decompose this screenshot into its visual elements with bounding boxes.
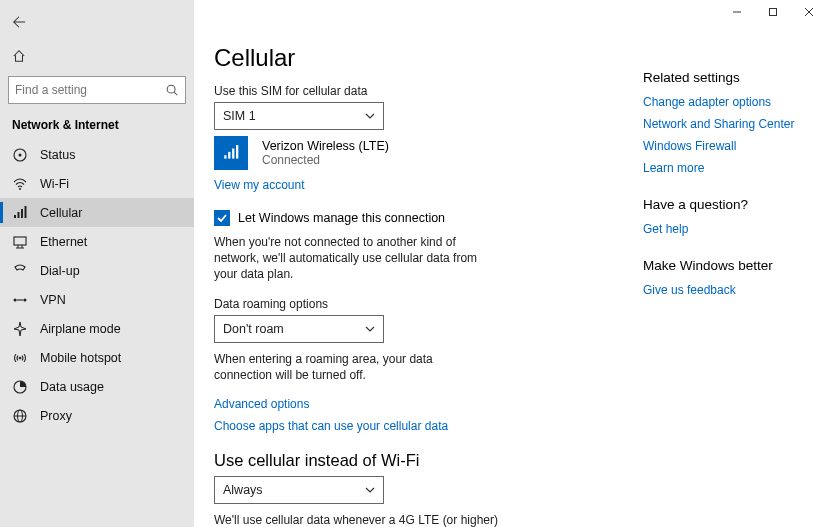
get-help-link[interactable]: Get help bbox=[643, 222, 803, 236]
ethernet-icon bbox=[12, 234, 28, 250]
network-entry[interactable]: Verizon Wireless (LTE) Connected bbox=[214, 136, 623, 170]
back-button[interactable] bbox=[0, 8, 36, 36]
change-adapter-link[interactable]: Change adapter options bbox=[643, 95, 803, 109]
feedback-link[interactable]: Give us feedback bbox=[643, 283, 803, 297]
search-input[interactable] bbox=[15, 83, 165, 97]
make-better-heading: Make Windows better bbox=[643, 258, 803, 273]
sidebar-item-vpn[interactable]: VPN bbox=[0, 285, 194, 314]
svg-point-8 bbox=[19, 188, 21, 190]
data-usage-icon bbox=[12, 379, 28, 395]
sidebar-item-cellular[interactable]: Cellular bbox=[0, 198, 194, 227]
hotspot-icon bbox=[12, 350, 28, 366]
svg-rect-11 bbox=[21, 209, 23, 218]
roaming-label: Data roaming options bbox=[214, 297, 623, 311]
sidebar-item-label: Status bbox=[40, 148, 75, 162]
sidebar-section-title: Network & Internet bbox=[0, 114, 194, 140]
minimize-button[interactable] bbox=[719, 0, 755, 24]
sidebar-item-wifi[interactable]: Wi-Fi bbox=[0, 169, 194, 198]
related-settings-heading: Related settings bbox=[643, 70, 803, 85]
sidebar-item-proxy[interactable]: Proxy bbox=[0, 401, 194, 430]
have-question-heading: Have a question? bbox=[643, 197, 803, 212]
sidebar-item-label: Ethernet bbox=[40, 235, 87, 249]
manage-connection-label: Let Windows manage this connection bbox=[238, 211, 445, 225]
cellular-icon bbox=[12, 205, 28, 221]
home-icon bbox=[12, 49, 26, 63]
svg-rect-12 bbox=[25, 206, 27, 218]
sidebar-item-ethernet[interactable]: Ethernet bbox=[0, 227, 194, 256]
sim-select-label: Use this SIM for cellular data bbox=[214, 84, 623, 98]
svg-point-20 bbox=[19, 356, 22, 359]
sidebar-item-label: Data usage bbox=[40, 380, 104, 394]
svg-point-17 bbox=[14, 298, 17, 301]
manage-connection-checkbox-row[interactable]: Let Windows manage this connection bbox=[214, 210, 623, 226]
sidebar-item-label: Dial-up bbox=[40, 264, 80, 278]
sidebar-item-label: VPN bbox=[40, 293, 66, 307]
chevron-down-icon bbox=[365, 485, 375, 495]
svg-rect-28 bbox=[236, 145, 238, 159]
sim-select-value: SIM 1 bbox=[223, 109, 256, 123]
sidebar-item-label: Wi-Fi bbox=[40, 177, 69, 191]
svg-rect-27 bbox=[232, 149, 234, 159]
roaming-select-value: Don't roam bbox=[223, 322, 284, 336]
chevron-down-icon bbox=[365, 111, 375, 121]
wifi-icon bbox=[12, 176, 28, 192]
search-input-wrapper[interactable] bbox=[8, 76, 186, 104]
svg-rect-25 bbox=[224, 155, 226, 158]
main-content: Cellular Use this SIM for cellular data … bbox=[194, 0, 827, 527]
svg-point-18 bbox=[24, 298, 27, 301]
sidebar-item-datausage[interactable]: Data usage bbox=[0, 372, 194, 401]
firewall-link[interactable]: Windows Firewall bbox=[643, 139, 803, 153]
instead-desc: We'll use cellular data whenever a 4G LT… bbox=[214, 512, 514, 527]
search-icon bbox=[165, 83, 179, 97]
svg-rect-9 bbox=[14, 215, 16, 218]
roaming-desc: When entering a roaming area, your data … bbox=[214, 351, 494, 383]
instead-select-value: Always bbox=[223, 483, 263, 497]
svg-line-5 bbox=[174, 92, 177, 95]
proxy-icon bbox=[12, 408, 28, 424]
checkbox-checked-icon bbox=[214, 210, 230, 226]
instead-select[interactable]: Always bbox=[214, 476, 384, 504]
airplane-icon bbox=[12, 321, 28, 337]
svg-rect-1 bbox=[770, 9, 777, 16]
arrow-left-icon bbox=[12, 15, 26, 29]
right-rail: Related settings Change adapter options … bbox=[643, 24, 803, 511]
sidebar-item-label: Airplane mode bbox=[40, 322, 121, 336]
manage-connection-desc: When you're not connected to another kin… bbox=[214, 234, 494, 283]
status-icon bbox=[12, 147, 28, 163]
sidebar-item-hotspot[interactable]: Mobile hotspot bbox=[0, 343, 194, 372]
svg-rect-26 bbox=[228, 152, 230, 159]
learn-more-link[interactable]: Learn more bbox=[643, 161, 803, 175]
roaming-select[interactable]: Don't roam bbox=[214, 315, 384, 343]
advanced-options-link[interactable]: Advanced options bbox=[214, 397, 309, 411]
view-account-link[interactable]: View my account bbox=[214, 178, 305, 192]
svg-rect-13 bbox=[14, 237, 26, 245]
sidebar-item-airplane[interactable]: Airplane mode bbox=[0, 314, 194, 343]
close-button[interactable] bbox=[791, 0, 827, 24]
svg-rect-10 bbox=[18, 212, 20, 218]
svg-point-7 bbox=[19, 153, 22, 156]
sidebar-item-label: Cellular bbox=[40, 206, 82, 220]
page-title: Cellular bbox=[214, 44, 623, 72]
maximize-button[interactable] bbox=[755, 0, 791, 24]
cellular-signal-icon bbox=[214, 136, 248, 170]
chevron-down-icon bbox=[365, 324, 375, 334]
network-name: Verizon Wireless (LTE) bbox=[262, 139, 389, 153]
svg-point-4 bbox=[167, 85, 175, 93]
sharing-center-link[interactable]: Network and Sharing Center bbox=[643, 117, 803, 131]
choose-apps-link[interactable]: Choose apps that can use your cellular d… bbox=[214, 419, 448, 433]
home-button[interactable] bbox=[0, 42, 36, 70]
sidebar-item-label: Proxy bbox=[40, 409, 72, 423]
sidebar-item-status[interactable]: Status bbox=[0, 140, 194, 169]
sidebar: Network & Internet Status Wi-Fi Cellular… bbox=[0, 0, 194, 527]
vpn-icon bbox=[12, 292, 28, 308]
network-status: Connected bbox=[262, 153, 389, 167]
sidebar-item-label: Mobile hotspot bbox=[40, 351, 121, 365]
sidebar-item-dialup[interactable]: Dial-up bbox=[0, 256, 194, 285]
cellular-instead-heading: Use cellular instead of Wi-Fi bbox=[214, 451, 623, 470]
sim-select[interactable]: SIM 1 bbox=[214, 102, 384, 130]
dialup-icon bbox=[12, 263, 28, 279]
